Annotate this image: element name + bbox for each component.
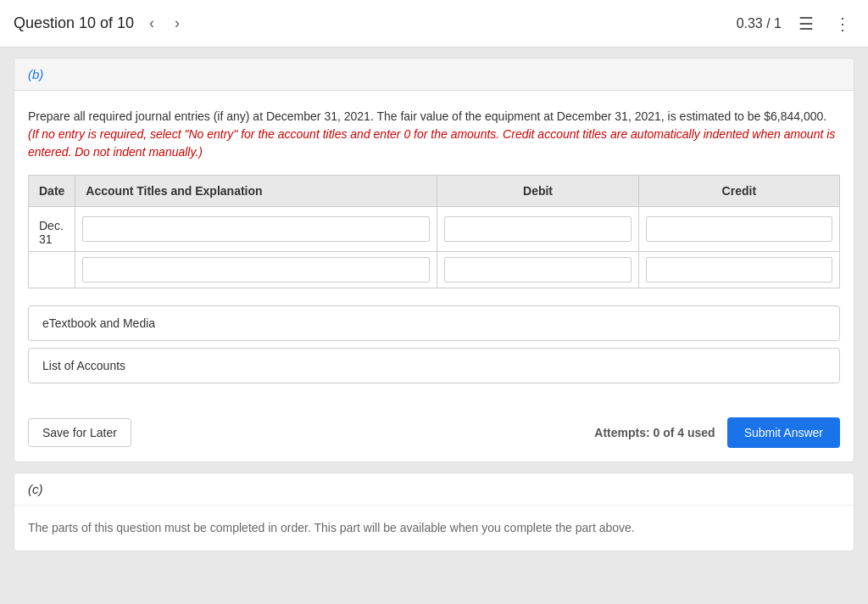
col-header-credit: Credit <box>638 176 839 207</box>
date-cell-2 <box>29 252 75 288</box>
credit-input-2[interactable] <box>646 257 832 282</box>
part-b-body: Prepare all required journal entries (if… <box>14 91 854 407</box>
etextbook-button[interactable]: eTextbook and Media <box>28 305 840 341</box>
footer-right: Attempts: 0 of 4 used Submit Answer <box>594 417 840 448</box>
more-options-button[interactable]: ⋮ <box>831 10 854 37</box>
top-bar-left: Question 10 of 10 ‹ › <box>14 11 185 36</box>
credit-cell-1 <box>638 207 839 252</box>
date-cell-1: Dec. 31 <box>29 207 75 252</box>
list-accounts-button[interactable]: List of Accounts <box>28 348 840 383</box>
journal-entry-table: Date Account Titles and Explanation Debi… <box>28 175 840 288</box>
list-icon-button[interactable]: ☰ <box>795 10 817 37</box>
question-instruction: (If no entry is required, select "No ent… <box>28 127 835 159</box>
part-c-label: (c) <box>14 473 854 506</box>
account-cell-1 <box>75 207 437 252</box>
col-header-date: Date <box>29 176 75 207</box>
score-display: 0.33 / 1 <box>737 16 782 31</box>
account-input-1[interactable] <box>82 216 430 242</box>
debit-input-1[interactable] <box>444 216 631 242</box>
part-c-card: (c) The parts of this question must be c… <box>14 473 854 551</box>
part-b-label: (b) <box>14 59 854 91</box>
credit-cell-2 <box>638 252 839 288</box>
debit-input-2[interactable] <box>444 257 631 282</box>
account-input-2[interactable] <box>82 257 430 282</box>
account-cell-2 <box>75 252 437 288</box>
top-navigation-bar: Question 10 of 10 ‹ › 0.33 / 1 ☰ ⋮ <box>0 0 868 48</box>
credit-input-1[interactable] <box>646 216 832 242</box>
question-text: Prepare all required journal entries (if… <box>28 108 840 161</box>
journal-row-1: Dec. 31 <box>29 207 840 252</box>
col-header-debit: Debit <box>437 176 638 207</box>
prev-question-button[interactable]: ‹ <box>144 11 159 36</box>
part-c-availability-text: The parts of this question must be compl… <box>14 506 854 551</box>
question-main-text: Prepare all required journal entries (if… <box>28 109 826 123</box>
attempts-text: Attempts: 0 of 4 used <box>594 426 715 439</box>
next-question-button[interactable]: › <box>170 11 185 36</box>
part-b-footer: Save for Later Attempts: 0 of 4 used Sub… <box>14 407 854 461</box>
col-header-account: Account Titles and Explanation <box>75 176 437 207</box>
question-title: Question 10 of 10 <box>14 14 134 32</box>
part-b-card: (b) Prepare all required journal entries… <box>14 58 854 462</box>
save-for-later-button[interactable]: Save for Later <box>28 418 131 447</box>
journal-row-2 <box>29 252 840 288</box>
main-content: (b) Prepare all required journal entries… <box>0 48 868 572</box>
top-bar-right: 0.33 / 1 ☰ ⋮ <box>737 10 854 37</box>
debit-cell-1 <box>437 207 638 252</box>
submit-answer-button[interactable]: Submit Answer <box>727 417 840 448</box>
debit-cell-2 <box>437 252 638 288</box>
